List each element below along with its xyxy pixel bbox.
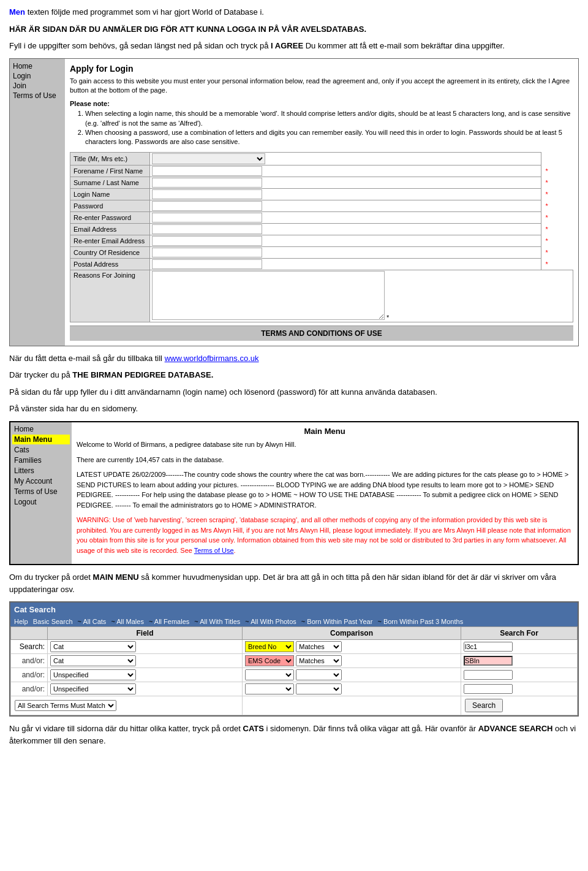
search-for-cell-3[interactable] [461,668,578,682]
label-password: Password [70,200,150,211]
label-forename: Forename / First Name [70,165,150,177]
search-for-cell-4[interactable] [461,682,578,696]
nav-home[interactable]: Home [13,62,62,70]
search-link-basic[interactable]: Basic Search [33,618,73,625]
email-input[interactable] [152,224,262,234]
menu-update: LATEST UPDATE 26/02/2009--------The coun… [77,470,573,510]
comparison-cell-4[interactable] [242,682,461,696]
menu-welcome: Welcome to World of Birmans, a pedigree … [77,439,573,450]
match-option-cell[interactable]: All Search Terms Must Match Any Search T… [11,696,243,715]
comparison-cell-1[interactable]: Breed No EMS Code Matches Matches [242,640,461,654]
nav-logout[interactable]: Logout [12,497,70,507]
field-title: Title (Mr, Mrs etc.) Mr Mrs Ms Miss Dr [70,152,573,165]
postal-input[interactable] [152,259,262,269]
input-password[interactable] [150,200,541,211]
reasons-textarea[interactable] [152,271,385,320]
search-link-help[interactable]: Help [14,618,28,625]
nav-home-menu[interactable]: Home [12,424,70,434]
search-for-input-1[interactable] [464,642,513,652]
comparison-select-2[interactable]: EMS Code Breed No Matches [245,655,294,666]
search-for-input-4[interactable] [464,684,513,694]
search-button-cell[interactable]: Search [461,696,578,715]
comparison-matches-2[interactable]: Matches [296,655,342,666]
reenter-password-input[interactable] [152,213,262,223]
apply-intro: To gain access to this website you must … [70,77,573,96]
menu-cat-count: There are currently 104,457 cats in the … [77,455,573,465]
main-menu-title: Main Menu [77,426,573,437]
cat-search-table: Field Comparison Search For Search: Cat … [10,626,578,715]
comparison-cell-2[interactable]: EMS Code Breed No Matches Matches [242,654,461,668]
forename-input[interactable] [152,166,262,176]
search-row-3: and/or: Unspecified Cat [11,668,578,682]
search-for-cell-2[interactable] [461,654,578,668]
input-title[interactable]: Mr Mrs Ms Miss Dr [150,152,541,165]
input-reenter-email[interactable] [150,235,541,246]
comparison-matches-1[interactable]: Matches [296,641,342,652]
surname-input[interactable] [152,178,262,188]
search-match-row: All Search Terms Must Match Any Search T… [11,696,578,715]
input-reasons[interactable]: * [150,270,573,322]
terms-bar: TERMS AND CONDITIONS OF USE [70,325,573,341]
input-forename[interactable] [150,165,541,177]
input-surname[interactable] [150,177,541,188]
search-header-row: Field Comparison Search For [11,627,578,640]
field-cell-4[interactable]: Unspecified Cat [48,682,243,696]
field-cell-1[interactable]: Cat Unspecified [48,640,243,654]
search-for-input-2[interactable] [464,656,513,666]
search-link-past-3months[interactable]: Born Within Past 3 Months [383,618,463,625]
password-input[interactable] [152,201,262,211]
field-cell-3[interactable]: Unspecified Cat [48,668,243,682]
login-name-input[interactable] [152,189,262,199]
comparison-select-1[interactable]: Breed No EMS Code Matches [245,641,294,652]
search-link-all-cats[interactable]: All Cats [83,618,106,625]
field-select-2[interactable]: Cat Unspecified [50,655,136,666]
input-postal[interactable] [150,258,541,270]
search-link-all-females[interactable]: All Females [154,618,189,625]
nav-main-menu[interactable]: Main Menu [12,435,70,444]
comparison-cell-3[interactable] [242,668,461,682]
main-menu-nav: Home Main Menu Cats Families Litters My … [10,422,72,564]
comparison-matches-3[interactable] [296,669,342,680]
worldofbirmans-link[interactable]: www.worldofbirmans.co.uk [165,354,259,363]
terms-link[interactable]: Terms of Use [194,547,234,554]
input-reenter-password[interactable] [150,211,541,223]
field-cell-2[interactable]: Cat Unspecified [48,654,243,668]
cat-search-title: Cat Search [10,603,578,617]
reenter-email-input[interactable] [152,236,262,246]
country-input[interactable] [152,248,262,257]
field-select-4[interactable]: Unspecified Cat [50,683,136,694]
search-link-titles[interactable]: All With Titles [200,618,240,625]
nav-litters[interactable]: Litters [12,466,70,476]
label-title: Title (Mr, Mrs etc.) [70,152,150,165]
search-link-all-males[interactable]: All Males [116,618,144,625]
comparison-select-4[interactable] [245,683,294,694]
nav-join[interactable]: Join [13,82,62,90]
search-button[interactable]: Search [465,699,503,712]
field-select-3[interactable]: Unspecified Cat [50,669,136,680]
nav-login[interactable]: Login [13,72,62,80]
label-country: Country Of Residence [70,246,150,258]
match-option-select[interactable]: All Search Terms Must Match Any Search T… [15,700,116,711]
search-link-photos[interactable]: All With Photos [251,618,296,625]
search-for-cell-1[interactable] [461,640,578,654]
comparison-select-3[interactable] [245,669,294,680]
nav-cats[interactable]: Cats [12,445,70,455]
comparison-matches-4[interactable] [296,683,342,694]
field-select-1[interactable]: Cat Unspecified [50,641,136,652]
search-link-past-year[interactable]: Born Within Past Year [307,618,372,625]
nav-my-account[interactable]: My Account [12,476,70,486]
input-login-name[interactable] [150,188,541,200]
input-email[interactable] [150,223,541,235]
sidomeny-text: På vänster sida har du en sidomeny. [9,403,579,415]
title-select[interactable]: Mr Mrs Ms Miss Dr [152,153,265,164]
search-label-2: and/or: [11,654,48,668]
nav-terms-menu[interactable]: Terms of Use [12,487,70,496]
nav-terms[interactable]: Terms of Use [13,91,62,100]
search-label-3: and/or: [11,668,48,682]
nav-families[interactable]: Families [12,455,70,465]
label-postal: Postal Address [70,258,150,270]
input-country[interactable] [150,246,541,258]
field-reenter-email: Re-enter Email Address * [70,235,573,246]
search-for-input-3[interactable] [464,670,513,680]
label-reenter-password: Re-enter Password [70,211,150,223]
